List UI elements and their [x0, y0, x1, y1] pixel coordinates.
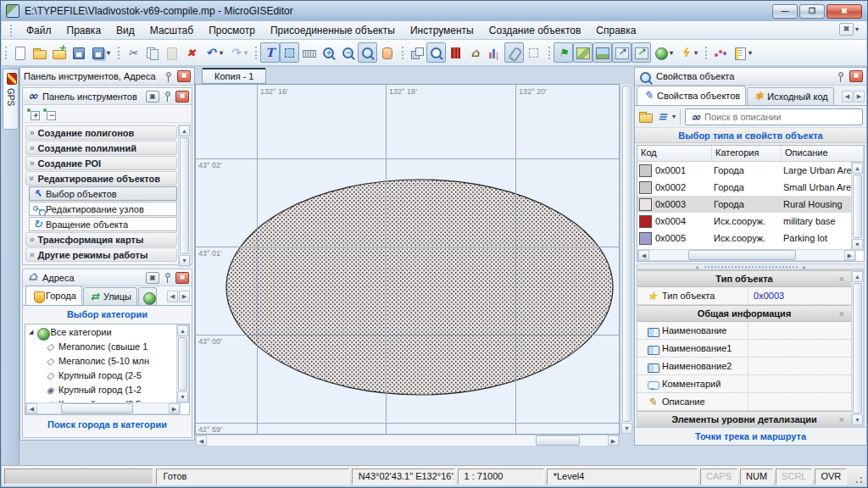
- attachments-button[interactable]: ▾: [504, 42, 524, 63]
- tree-item[interactable]: Мегаполис (5-10 млн: [25, 353, 189, 368]
- map-vertical-scrollbar[interactable]: ▼: [620, 84, 633, 435]
- close-icon[interactable]: [177, 70, 191, 82]
- selected-polygon[interactable]: [196, 85, 620, 435]
- table-vertical-scrollbar[interactable]: ▲ ▼: [851, 162, 864, 251]
- tab-object-properties[interactable]: Свойства объектов: [637, 86, 746, 105]
- tree-root-all-categories[interactable]: ◢ Все категории: [25, 324, 189, 339]
- menu-item[interactable]: Вид: [108, 22, 142, 39]
- section-edit-objects[interactable]: »Редактирование объектов: [25, 171, 177, 186]
- tree-horizontal-scrollbar[interactable]: ◀ ▶: [25, 402, 181, 414]
- pin-icon[interactable]: [163, 70, 174, 83]
- scroll-down-icon[interactable]: ▼: [852, 414, 863, 425]
- column-code[interactable]: Код: [637, 146, 712, 161]
- tab-source-code[interactable]: Исходный код: [747, 87, 834, 105]
- edit-nodes-button[interactable]: Редактирование узлов: [29, 202, 177, 216]
- redo-button[interactable]: ▾: [225, 42, 250, 63]
- table-horizontal-scrollbar[interactable]: ◀ ▶: [637, 249, 856, 261]
- levels-button[interactable]: ▾: [446, 42, 465, 63]
- section-general-info[interactable]: Общая информация»: [637, 305, 851, 322]
- scroll-left-icon[interactable]: ◀: [196, 435, 207, 446]
- home-view-button[interactable]: ▾: [465, 42, 485, 63]
- pin-icon[interactable]: [162, 90, 173, 103]
- menu-item[interactable]: Создание объектов: [481, 22, 589, 39]
- gps-dock-tab[interactable]: GPS: [3, 69, 19, 130]
- route-edit-button[interactable]: ▾: [710, 42, 730, 63]
- section-other-modes[interactable]: »Другие режимы работы: [25, 247, 177, 262]
- map-canvas[interactable]: 132° 16' 132° 18' 132° 20' 43° 02' 43° 0…: [195, 84, 620, 435]
- grid-vertical-scrollbar[interactable]: ▲ ▼: [851, 270, 864, 426]
- statistics-button[interactable]: ▾: [485, 42, 504, 63]
- section-create-polylines[interactable]: »Создание полилиний: [25, 141, 177, 155]
- section-create-polygons[interactable]: »Создание полигонов: [25, 125, 177, 140]
- select-objects-button[interactable]: Выбор объектов: [29, 186, 177, 201]
- scroll-right-icon[interactable]: ▶: [608, 435, 619, 446]
- raster-image-button[interactable]: ▾: [593, 42, 612, 63]
- zoom-in-button[interactable]: ▾: [319, 42, 338, 63]
- zoom-out-button[interactable]: ▾: [338, 42, 358, 63]
- property-row[interactable]: Наименование: [637, 322, 851, 340]
- panel-splitter[interactable]: ▲▲: [637, 263, 865, 269]
- tabs-scroll-right-icon[interactable]: ▶: [179, 291, 190, 302]
- type-selector-link[interactable]: Выбор типа и свойств объекта: [678, 130, 822, 141]
- scroll-down-icon[interactable]: ▼: [621, 423, 632, 434]
- city-search-link[interactable]: Поиск города в категории: [23, 416, 192, 433]
- map-document-tab[interactable]: Копия - 1: [202, 68, 266, 84]
- close-document-button[interactable]: ✖: [839, 23, 854, 36]
- menu-item[interactable]: Присоединенные объекты: [263, 22, 403, 39]
- scroll-down-icon[interactable]: ▼: [177, 391, 188, 402]
- tabs-scroll-left-icon[interactable]: ◀: [842, 91, 853, 103]
- cut-button[interactable]: ▾: [123, 42, 142, 63]
- menu-item[interactable]: Масштаб: [142, 22, 201, 39]
- tab-more[interactable]: [138, 287, 157, 305]
- scroll-right-icon[interactable]: ▶: [169, 403, 180, 413]
- delete-button[interactable]: ▾: [181, 42, 201, 63]
- close-window-button[interactable]: ✖: [826, 4, 862, 19]
- scroll-left-icon[interactable]: ◀: [26, 403, 37, 413]
- section-create-poi[interactable]: »Создание POI: [25, 156, 177, 170]
- expand-all-icon[interactable]: [26, 108, 39, 120]
- object-type-value[interactable]: 0x0003: [748, 291, 784, 301]
- pan-button[interactable]: ▾: [377, 42, 397, 63]
- web-services-button[interactable]: ▾: [651, 42, 676, 63]
- search-objects-button[interactable]: ▾: [426, 42, 446, 63]
- profile-blue-button[interactable]: ▾: [612, 42, 632, 63]
- dropdown-icon[interactable]: ▾: [672, 113, 676, 120]
- tab-streets[interactable]: Улицы: [83, 287, 137, 305]
- section-detail-levels[interactable]: Элементы уровни детализации»: [637, 411, 851, 427]
- checklist-button[interactable]: ▾: [730, 42, 754, 63]
- list-view-icon[interactable]: [655, 109, 670, 124]
- scroll-up-icon[interactable]: ▲: [852, 271, 863, 282]
- close-icon[interactable]: [175, 91, 189, 103]
- minimize-panel-icon[interactable]: [146, 272, 159, 284]
- tree-item[interactable]: Крупный город (2-5: [25, 368, 189, 382]
- paste-button[interactable]: ▾: [162, 42, 181, 63]
- scroll-up-icon[interactable]: ▲: [179, 125, 190, 136]
- profile-green-button[interactable]: ▾: [632, 42, 651, 63]
- resize-grip-icon[interactable]: [852, 473, 864, 485]
- background-map-button[interactable]: ▾: [573, 42, 593, 63]
- quick-actions-button[interactable]: ▾: [676, 42, 700, 63]
- zoom-region-button[interactable]: ▾: [358, 42, 377, 63]
- collapse-all-icon[interactable]: [42, 108, 55, 120]
- property-row[interactable]: Наименование1: [637, 340, 851, 358]
- scroll-right-icon[interactable]: ▶: [844, 250, 855, 260]
- restore-window-button[interactable]: ❐: [799, 4, 825, 19]
- close-icon[interactable]: [175, 272, 189, 284]
- description-search-box[interactable]: [685, 108, 863, 125]
- rotate-object-button[interactable]: Вращение объекта: [29, 217, 177, 231]
- save-all-button[interactable]: ▾: [88, 42, 113, 63]
- section-object-type[interactable]: Тип объекта»: [637, 270, 851, 287]
- menu-item[interactable]: Справка: [588, 22, 643, 39]
- scroll-up-icon[interactable]: ▲: [852, 163, 863, 174]
- import-file-button[interactable]: ▾: [49, 42, 69, 63]
- menu-item[interactable]: Правка: [59, 22, 109, 39]
- tree-item[interactable]: Крупный город (1-2: [25, 382, 189, 396]
- type-row-0x0005[interactable]: 0x0005 Иск.сооруж. Parking lot: [637, 230, 864, 247]
- undo-button[interactable]: ▾: [201, 42, 225, 63]
- category-select-link[interactable]: Выбор категории: [23, 306, 192, 323]
- tree-item[interactable]: Мегаполис (свыше 1: [25, 339, 189, 353]
- save-button[interactable]: ▾: [69, 42, 88, 63]
- property-row[interactable]: Комментарий: [637, 375, 851, 393]
- type-row-0x0003[interactable]: 0x0003 Города Rural Housing: [637, 196, 864, 213]
- ruler-button[interactable]: ▾: [299, 42, 319, 63]
